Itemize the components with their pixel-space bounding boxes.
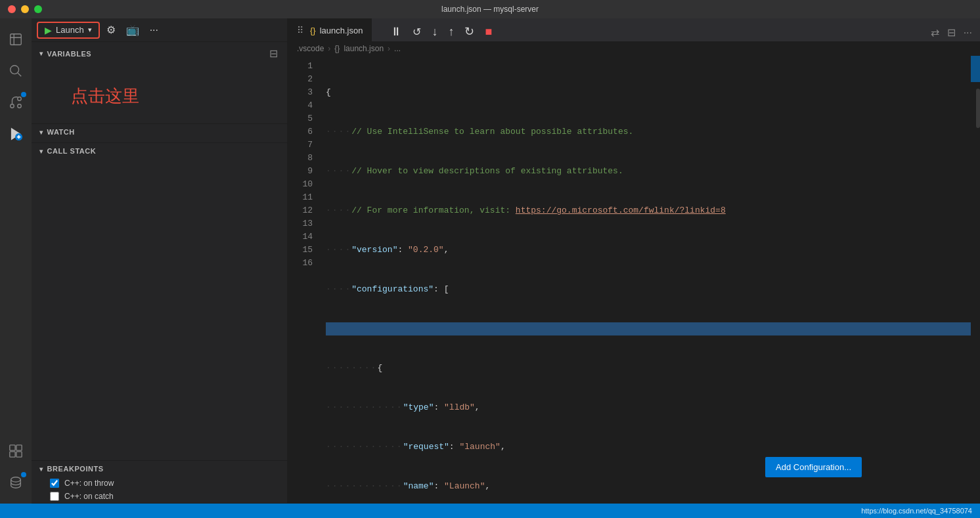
editor-tab-launch-json[interactable]: ⠿ {} launch.json <box>288 18 372 41</box>
breadcrumb-sep-1: › <box>328 44 330 53</box>
breadcrumb-sep-2: › <box>388 44 390 53</box>
add-configuration-button[interactable]: Add Configuration... <box>765 457 862 477</box>
code-line-6: ····"configurations": [ <box>326 283 971 296</box>
split-editor-button[interactable]: ⊟ <box>945 24 958 41</box>
variables-header[interactable]: ▾ VARIABLES ⊟ <box>32 42 287 65</box>
svg-point-2 <box>11 104 14 108</box>
svg-rect-8 <box>10 452 15 457</box>
tab-file-icon: {} <box>310 26 316 35</box>
activity-icon-search[interactable] <box>0 55 32 87</box>
settings-button[interactable]: ⚙ <box>102 21 120 39</box>
breakpoints-chevron: ▾ <box>39 465 43 473</box>
breakpoint-checkbox-0[interactable] <box>50 479 59 488</box>
sidebar: ▶ Launch ▾ ⚙ 📺 ··· ▾ VARIABLES ⊟ 点击这里 ▾ … <box>32 18 288 504</box>
breakpoint-item-0: C++: on throw <box>32 477 287 490</box>
restart-button[interactable]: ↻ <box>459 22 479 41</box>
variables-title: VARIABLES <box>47 50 92 58</box>
svg-point-10 <box>11 477 21 482</box>
variables-section: ▾ VARIABLES ⊟ 点击这里 <box>32 42 287 124</box>
compare-button[interactable]: ⇄ <box>928 24 942 41</box>
status-url: https://blog.csdn.net/qq_34758074 <box>861 507 972 515</box>
svg-rect-9 <box>16 452 22 457</box>
svg-point-3 <box>18 97 22 101</box>
collapse-all-button[interactable]: ⊟ <box>268 46 279 61</box>
activity-icon-database[interactable] <box>0 467 32 498</box>
code-line-4: ····// For more information, visit: http… <box>326 204 971 217</box>
code-line-8: ········{ <box>326 362 971 375</box>
code-line-5: ····"version": "0.2.0", <box>326 244 971 257</box>
svg-point-1 <box>11 66 19 74</box>
maximize-button[interactable] <box>34 5 42 13</box>
more-button[interactable]: ··· <box>146 22 162 39</box>
activity-icon-extensions[interactable] <box>0 435 32 467</box>
scrollbar-highlight <box>971 56 980 82</box>
editor-tabs: ⠿ {} launch.json ⏸ ↺ ↓ ↑ ↻ ■ ⇄ ⊟ ··· <box>288 18 980 41</box>
code-line-3: ····// Hover to view descriptions of exi… <box>326 165 971 178</box>
code-content[interactable]: { ····// Use IntelliSense to learn about… <box>318 56 971 504</box>
activity-icon-run-debug[interactable] <box>0 118 32 150</box>
call-stack-section: ▾ CALL STACK <box>32 143 287 461</box>
code-editor: 1 2 3 4 5 6 7 8 9 10 11 12 13 14 15 16 {… <box>288 56 980 504</box>
breakpoints-section: ▾ BREAKPOINTS C++: on throw C++: on catc… <box>32 461 287 504</box>
launch-label: Launch <box>56 25 84 35</box>
tab-label: launch.json <box>320 26 363 35</box>
activity-icon-explorer[interactable] <box>0 24 32 55</box>
breakpoint-checkbox-1[interactable] <box>50 492 59 501</box>
breadcrumb-filename: launch.json <box>344 44 384 53</box>
code-line-7 <box>326 322 971 335</box>
more-tabs-button[interactable]: ··· <box>961 24 975 41</box>
activity-icon-source-control[interactable] <box>0 87 32 118</box>
step-out-button[interactable]: ↑ <box>443 22 459 41</box>
code-line-9: ············"type": "lldb", <box>326 401 971 414</box>
traffic-lights <box>8 5 42 13</box>
call-stack-header[interactable]: ▾ CALL STACK <box>32 143 287 159</box>
activity-bar <box>0 18 32 504</box>
pause-button[interactable]: ⏸ <box>385 22 407 41</box>
breadcrumb: .vscode › {} launch.json › ... <box>288 41 980 56</box>
breakpoints-title: BREAKPOINTS <box>47 465 104 473</box>
source-control-badge <box>21 92 26 97</box>
code-line-2: ····// Use IntelliSense to learn about p… <box>326 125 971 139</box>
breakpoints-header[interactable]: ▾ BREAKPOINTS <box>32 461 287 477</box>
svg-point-4 <box>18 104 22 108</box>
svg-rect-6 <box>10 445 15 450</box>
variables-chevron: ▾ <box>39 50 43 57</box>
scrollbar-area[interactable] <box>971 56 980 504</box>
step-into-button[interactable]: ↓ <box>426 22 443 41</box>
title-bar: launch.json — mysql-server <box>0 0 980 18</box>
breakpoint-item-1: C++: on catch <box>32 490 287 503</box>
database-badge <box>21 472 26 477</box>
breadcrumb-vscode: .vscode <box>297 44 324 53</box>
breadcrumb-file-icon: {} <box>334 44 340 53</box>
main-area: ▶ Launch ▾ ⚙ 📺 ··· ▾ VARIABLES ⊟ 点击这里 ▾ … <box>0 18 980 504</box>
watch-header[interactable]: ▾ WATCH <box>32 124 287 140</box>
watch-section: ▾ WATCH <box>32 124 287 143</box>
svg-rect-0 <box>11 34 22 45</box>
debug-center-toolbar: ⏸ ↺ ↓ ↑ ↻ ■ <box>385 22 497 41</box>
scrollbar-thumb <box>976 89 980 128</box>
breadcrumb-ellipsis: ... <box>394 44 401 53</box>
step-over-button[interactable]: ↺ <box>407 23 426 41</box>
dropdown-chevron: ▾ <box>88 26 92 34</box>
watch-title: WATCH <box>47 128 75 136</box>
breakpoint-label-0: C++: on throw <box>64 479 114 488</box>
code-line-10: ············"request": "launch", <box>326 441 971 454</box>
code-line-11: ············"name": "Launch", <box>326 480 971 493</box>
svg-rect-7 <box>16 445 22 450</box>
status-bar: https://blog.csdn.net/qq_34758074 <box>0 504 980 518</box>
close-button[interactable] <box>8 5 16 13</box>
breakpoint-label-1: C++: on catch <box>64 492 114 501</box>
editor-area: ⠿ {} launch.json ⏸ ↺ ↓ ↑ ↻ ■ ⇄ ⊟ ··· .vs… <box>288 18 980 504</box>
screen-button[interactable]: 📺 <box>122 21 143 39</box>
annotation-text: 点击这里 <box>32 65 287 121</box>
window-title: launch.json — mysql-server <box>441 5 539 14</box>
call-stack-title: CALL STACK <box>47 147 97 155</box>
play-icon: ▶ <box>45 25 52 35</box>
stop-button[interactable]: ■ <box>479 22 497 41</box>
call-stack-chevron: ▾ <box>39 148 43 155</box>
watch-chevron: ▾ <box>39 129 43 136</box>
code-line-1: { <box>326 86 971 99</box>
launch-button[interactable]: ▶ Launch ▾ <box>37 22 100 39</box>
line-numbers: 1 2 3 4 5 6 7 8 9 10 11 12 13 14 15 16 <box>288 56 318 504</box>
minimize-button[interactable] <box>21 5 29 13</box>
